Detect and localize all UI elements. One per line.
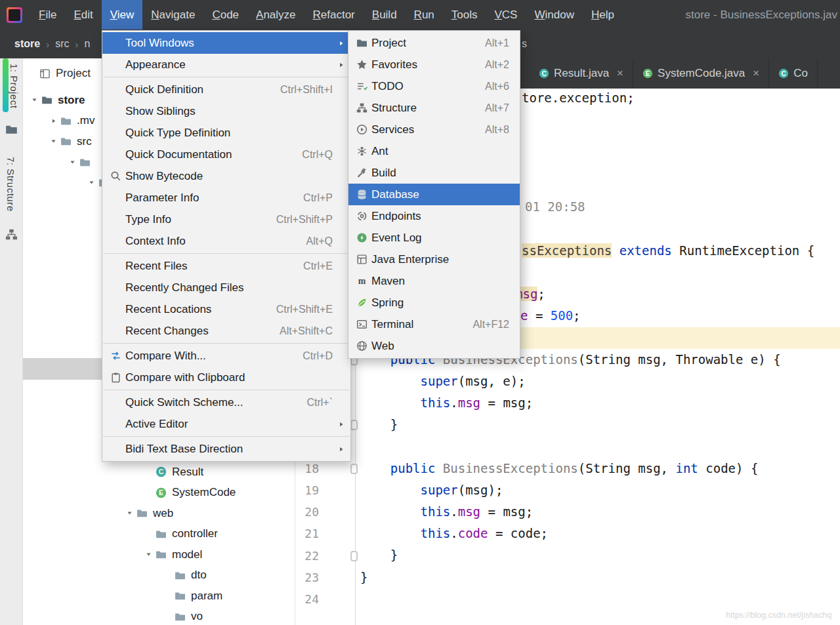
tree-item-vo[interactable]: vo [23,607,295,625]
menu-item-compare-with[interactable]: Compare With...Ctrl+D [102,345,350,367]
menu-item-quick-type-definition[interactable]: Quick Type Definition [102,122,350,144]
code-token: = code; [488,526,549,540]
code-line: super(msg); [355,479,840,501]
class-icon: C [156,466,170,477]
breadcrumb-item-n[interactable]: n [84,38,90,50]
menu-item-event-log[interactable]: Event Log [348,227,520,249]
menu-separator [103,436,350,437]
menu-item-project[interactable]: ProjectAlt+1 [348,32,520,54]
menu-item-recent-files[interactable]: Recent FilesCtrl+E [102,255,350,277]
menu-item-recent-locations[interactable]: Recent LocationsCtrl+Shift+E [102,298,350,320]
project-tool-icon[interactable] [5,123,18,136]
menu-item-endpoints[interactable]: Endpoints [348,205,520,227]
menu-item-spring[interactable]: Spring [348,292,520,313]
code-fragment: 01 20:58 [525,196,585,218]
menu-refactor[interactable]: Refactor [304,0,364,30]
menu-item-appearance[interactable]: Appearance [102,54,350,75]
menu-item-parameter-info[interactable]: Parameter InfoCtrl+P [102,187,350,209]
diff-icon [107,350,124,362]
project-folder-icon [353,37,370,49]
fold-marker[interactable] [350,420,358,430]
breadcrumb-item-store[interactable]: store [14,38,40,50]
menu-edit[interactable]: Edit [65,0,101,30]
tree-item-param[interactable]: param [23,586,295,607]
menu-item-quick-documentation[interactable]: Quick DocumentationCtrl+Q [102,144,350,165]
tab-close-icon[interactable]: × [753,67,759,80]
menu-item-recently-changed-files[interactable]: Recently Changed Files [102,277,350,298]
menu-item-quick-definition[interactable]: Quick DefinitionCtrl+Shift+I [102,79,350,100]
menu-item-context-info[interactable]: Context InfoAlt+Q [102,230,350,252]
menu-item-compare-with-clipboard[interactable]: Compare with Clipboard [102,367,350,388]
menu-item-database[interactable]: Database [348,184,520,205]
breadcrumb-item-src[interactable]: src [55,38,69,50]
menu-navigate[interactable]: Navigate [142,0,203,30]
menu-item-active-editor[interactable]: Active Editor [102,413,350,435]
menu-item-show-siblings[interactable]: Show Siblings [102,100,350,122]
menu-window[interactable]: Window [526,0,582,30]
tree-item-systemcode[interactable]: ESystemCode [23,483,295,504]
code-token: (String msg, Throwable e) { [578,352,781,367]
menu-run[interactable]: Run [406,0,443,30]
menu-item-todo[interactable]: TODOAlt+6 [348,75,520,97]
terminal-icon [353,319,370,331]
menu-analyze[interactable]: Analyze [247,0,304,30]
menu-item-maven[interactable]: mMaven [348,270,520,292]
menu-item-structure[interactable]: StructureAlt+7 [348,97,520,119]
menu-item-java-enterprise[interactable]: Java Enterprise [348,249,520,270]
menu-item-services[interactable]: ServicesAlt+8 [348,119,520,140]
tool-button-project[interactable]: 1: Project [9,64,20,108]
menu-item-label: Ant [371,145,388,158]
structure-tool-icon[interactable] [5,228,18,241]
code-line: } [355,544,840,566]
menu-item-bidi-text-base-direction[interactable]: Bidi Text Base Direction [102,438,350,460]
build-icon [353,167,370,179]
chevron-down-icon [84,179,98,186]
menu-item-type-info[interactable]: Type InfoCtrl+Shift+P [102,209,350,230]
code-token: code) { [698,461,759,475]
menu-item-label: Services [371,123,414,136]
menu-item-ant[interactable]: Ant [348,140,520,162]
menu-vcs[interactable]: VCS [486,0,526,30]
menu-item-favorites[interactable]: FavoritesAlt+2 [348,54,520,75]
code-token [435,461,442,475]
menu-build[interactable]: Build [364,0,406,30]
code-line: public BusinessExceptions(String msg, in… [355,458,840,479]
menu-item-build[interactable]: Build [348,162,520,184]
menu-item-web[interactable]: Web [348,335,520,357]
folder-icon [79,157,94,168]
menu-item-quick-switch-scheme[interactable]: Quick Switch Scheme...Ctrl+` [102,392,350,413]
editor-tab-co[interactable]: CCo [769,58,818,89]
tree-item-model[interactable]: model [23,544,295,565]
tree-item-result[interactable]: CResult [23,462,295,483]
menu-file[interactable]: File [30,0,65,30]
tree-item-controller[interactable]: controller [23,524,295,545]
menu-item-terminal[interactable]: TerminalAlt+F12 [348,313,520,335]
menu-help[interactable]: Help [583,0,623,30]
menu-code[interactable]: Code [203,0,247,30]
menu-item-recent-changes[interactable]: Recent ChangesAlt+Shift+C [102,320,350,342]
code-fragment: e = 500; [520,305,581,327]
tree-item-web[interactable]: web [23,503,295,524]
menu-item-show-bytecode[interactable]: Show Bytecode [102,165,350,187]
tree-item-dto[interactable]: dto [23,565,295,586]
fold-marker[interactable] [350,551,358,561]
code-token: e [520,308,528,323]
menu-separator [103,253,350,254]
tool-button-structure[interactable]: 7: Structure [5,157,16,212]
tree-item-label: SystemCode [172,486,236,499]
menu-item-tool-windows[interactable]: Tool Windows [102,32,350,54]
editor-tab-result-java[interactable]: CResult.java× [530,58,633,89]
tool-windows-submenu: ProjectAlt+1FavoritesAlt+2TODOAlt+6Struc… [348,30,520,359]
blank-icon [107,59,124,71]
menu-item-label: Terminal [371,318,413,331]
menu-view[interactable]: View [102,0,143,30]
menu-item-label: Database [371,188,419,201]
menu-tools[interactable]: Tools [443,0,486,30]
menu-item-label: Show Bytecode [125,170,203,183]
editor-tab-systemcode-java[interactable]: ESystemCode.java× [633,58,769,89]
fold-marker[interactable] [350,464,358,474]
tab-close-icon[interactable]: × [617,67,623,80]
spring-icon [353,297,370,309]
tree-item-label: dto [191,569,207,582]
code-token: 01 20:58 [525,199,585,214]
